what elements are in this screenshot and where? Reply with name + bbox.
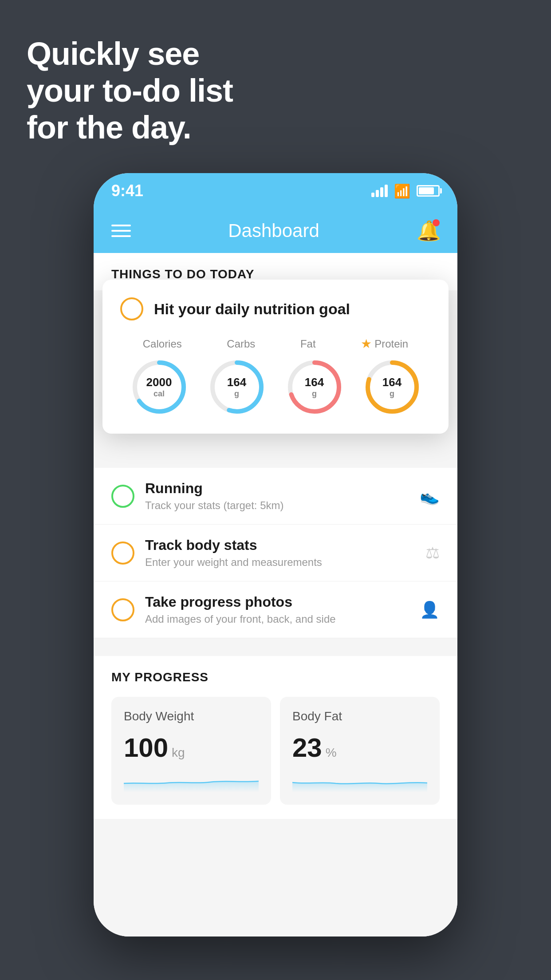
hero-line-3: for the day.	[27, 109, 233, 146]
progress-cards: Body Weight 100 kg	[111, 697, 440, 805]
nutrition-card: Hit your daily nutrition goal Calories C…	[102, 280, 449, 434]
scale-icon: ⚖	[425, 544, 440, 562]
phone-mockup: 9:41 📶 Dashboard	[94, 173, 457, 950]
photos-checkbox[interactable]	[111, 598, 134, 621]
progress-title: MY PROGRESS	[111, 670, 440, 684]
wifi-icon: 📶	[394, 183, 410, 199]
protein-ring: 164 g	[363, 358, 421, 416]
hamburger-line	[111, 230, 131, 232]
todo-list: Running Track your stats (target: 5km) 👟…	[94, 468, 457, 638]
signal-icon	[371, 185, 388, 197]
body-fat-card: Body Fat 23 %	[280, 697, 440, 805]
nav-title: Dashboard	[228, 220, 319, 241]
body-weight-card: Body Weight 100 kg	[111, 697, 271, 805]
body-fat-value: 23 %	[292, 732, 427, 763]
nutrition-task-title: Hit your daily nutrition goal	[154, 300, 350, 318]
nutrition-rings: 2000 cal 164	[120, 358, 431, 416]
status-icons: 📶	[371, 183, 440, 199]
nutrition-checkbox[interactable]	[120, 297, 143, 320]
carbs-label: Carbs	[227, 336, 255, 351]
status-bar: 9:41 📶	[94, 173, 457, 209]
body-weight-value: 100 kg	[124, 732, 259, 763]
body-weight-label: Body Weight	[124, 709, 259, 723]
body-stats-checkbox[interactable]	[111, 541, 134, 565]
nav-bar: Dashboard 🔔	[94, 209, 457, 253]
person-icon: 👤	[420, 601, 440, 619]
hero-text: Quickly see your to-do list for the day.	[27, 36, 233, 146]
hamburger-menu-button[interactable]	[111, 225, 131, 237]
body-stats-subtitle: Enter your weight and measurements	[145, 556, 415, 569]
body-fat-unit: %	[326, 746, 337, 760]
running-title: Running	[145, 480, 409, 497]
carbs-ring: 164 g	[208, 358, 266, 416]
body-weight-number: 100	[124, 732, 168, 763]
running-subtitle: Track your stats (target: 5km)	[145, 499, 409, 512]
fat-label: Fat	[300, 336, 316, 351]
running-checkbox[interactable]	[111, 485, 134, 508]
photos-subtitle: Add images of your front, back, and side	[145, 613, 409, 625]
body-fat-chart	[292, 770, 427, 792]
notification-badge	[433, 219, 440, 226]
battery-icon	[417, 185, 440, 197]
star-icon: ★	[361, 336, 372, 351]
protein-label: ★ Protein	[361, 336, 408, 351]
phone-content: THINGS TO DO TODAY Hit your daily nutrit…	[94, 253, 457, 937]
status-time: 9:41	[111, 182, 143, 200]
body-stats-title: Track body stats	[145, 537, 415, 553]
todo-item-body-stats[interactable]: Track body stats Enter your weight and m…	[94, 525, 457, 581]
body-weight-chart	[124, 770, 259, 792]
running-text: Running Track your stats (target: 5km)	[145, 480, 409, 512]
running-icon: 👟	[420, 487, 440, 506]
photos-title: Take progress photos	[145, 594, 409, 610]
calories-ring: 2000 cal	[130, 358, 188, 416]
card-header: Hit your daily nutrition goal	[120, 297, 431, 320]
hamburger-line	[111, 225, 131, 226]
phone-frame: 9:41 📶 Dashboard	[94, 173, 457, 937]
hero-line-2: your to-do list	[27, 72, 233, 109]
notification-bell-button[interactable]: 🔔	[417, 219, 440, 242]
progress-section: MY PROGRESS Body Weight 100 kg	[94, 656, 457, 819]
nutrition-labels: Calories Carbs Fat ★ Protein	[120, 336, 431, 351]
hero-line-1: Quickly see	[27, 36, 233, 72]
todo-item-photos[interactable]: Take progress photos Add images of your …	[94, 581, 457, 638]
body-fat-label: Body Fat	[292, 709, 427, 723]
fat-ring: 164 g	[286, 358, 343, 416]
todo-item-running[interactable]: Running Track your stats (target: 5km) 👟	[94, 468, 457, 525]
body-weight-unit: kg	[172, 746, 185, 760]
hamburger-line	[111, 235, 131, 237]
photos-text: Take progress photos Add images of your …	[145, 594, 409, 625]
body-fat-number: 23	[292, 732, 322, 763]
body-stats-text: Track body stats Enter your weight and m…	[145, 537, 415, 569]
calories-label: Calories	[143, 336, 182, 351]
